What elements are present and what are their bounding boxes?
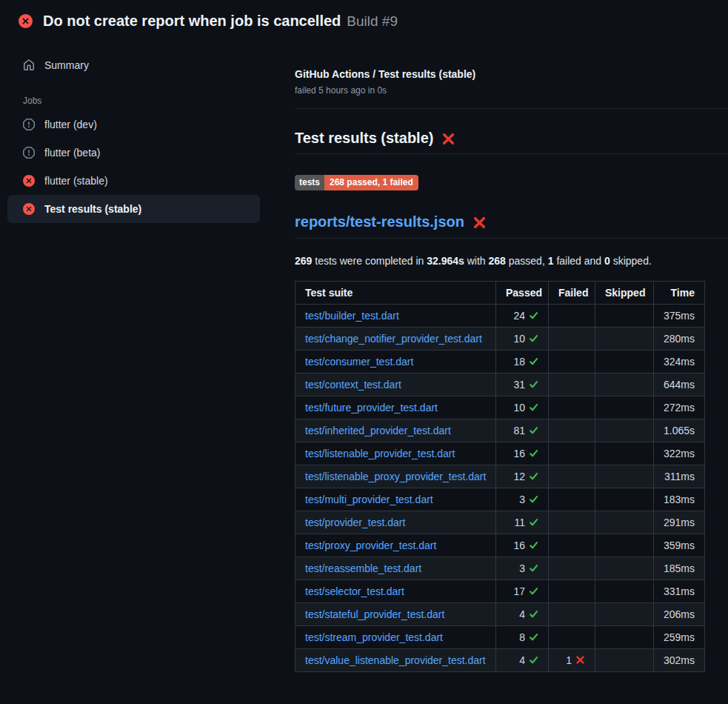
failed-cell [549,557,595,580]
passed-cell: 17 [496,580,549,603]
failed-cell [549,396,595,419]
passed-cell: 3 [496,557,549,580]
table-row: test/value_listenable_provider_test.dart… [295,649,705,672]
time-cell: 331ms [654,580,705,603]
passed-cell: 4 [496,603,549,626]
time-cell: 1.065s [654,419,705,442]
skipped-cell [595,396,654,419]
time-cell: 324ms [654,351,705,373]
check-icon [529,494,538,504]
job-label: Test results (stable) [44,203,141,215]
time-cell: 644ms [654,373,705,396]
time-cell: 359ms [654,534,705,557]
duration: 32.964s [427,255,464,267]
passed-cell: 24 [496,305,549,328]
table-row: test/future_provider_test.dart10272ms [295,396,705,419]
check-icon [529,333,538,343]
passed-cell: 4 [496,649,549,672]
time-cell: 272ms [654,396,705,419]
test-suite-link[interactable]: test/multi_provider_test.dart [305,494,433,505]
breadcrumb: GitHub Actions / Test results (stable) [295,68,728,80]
check-icon [529,471,538,481]
tests-badge: tests 268 passed, 1 failed [295,175,418,190]
failed-cell [549,603,595,626]
skipped-count: 0 [604,255,610,267]
test-suite-link[interactable]: test/listenable_provider_test.dart [305,448,455,459]
sidebar-item-flutter-stable[interactable]: flutter (stable) [7,167,260,195]
x-circle-icon [23,175,35,187]
test-suite-cell: test/stream_provider_test.dart [295,626,496,649]
sidebar-item-flutter-dev[interactable]: flutter (dev) [7,110,260,139]
time-cell: 291ms [654,511,705,534]
test-suite-link[interactable]: test/builder_test.dart [305,310,399,322]
test-suite-link[interactable]: test/reassemble_test.dart [305,562,421,574]
passed-cell: 12 [496,465,549,488]
x-circle-glyph [23,175,35,187]
passed-cell: 81 [496,419,549,442]
test-suite-link[interactable]: test/proxy_provider_test.dart [305,539,436,551]
test-suite-link[interactable]: test/selector_test.dart [305,585,404,597]
skipped-cell [595,557,654,580]
test-suite-link[interactable]: test/change_notifier_provider_test.dart [305,333,482,345]
page-title: Do not create report when job is cancell… [43,13,398,30]
check-icon [529,655,538,665]
time-cell: 206ms [654,603,705,626]
check-icon [529,609,538,619]
sidebar-item-summary[interactable]: Summary [7,51,260,79]
check-icon [529,379,538,389]
table-row: test/listenable_proxy_provider_test.dart… [295,465,705,488]
build-header: Do not create report when job is cancell… [0,0,728,41]
stop-icon [23,147,35,159]
failed-cell: 1 [549,649,595,672]
summary-line: 269 tests were completed in 32.964s with… [295,255,728,267]
table-header-row: Test suite Passed Failed Skipped Time [295,282,705,305]
sidebar-summary-label: Summary [44,59,89,71]
sidebar-item-flutter-beta[interactable]: flutter (beta) [7,139,260,167]
table-row: test/consumer_test.dart18324ms [295,351,705,373]
test-suite-link[interactable]: test/stream_provider_test.dart [305,631,443,643]
report-file-link[interactable]: reports/test-results.json [295,213,464,230]
failed-cell [549,534,595,557]
table-row: test/selector_test.dart17331ms [295,580,705,603]
test-suite-cell: test/value_listenable_provider_test.dart [295,649,496,672]
skipped-cell [595,534,654,557]
table-row: test/inherited_provider_test.dart811.065… [295,419,705,442]
sidebar-jobs-list: flutter (dev)flutter (beta)flutter (stab… [7,110,260,223]
test-suite-cell: test/inherited_provider_test.dart [295,419,496,442]
skipped-cell [595,351,654,373]
table-row: test/builder_test.dart24375ms [295,305,705,328]
col-failed: Failed [549,282,595,305]
time-cell: 183ms [654,488,705,511]
check-icon [529,448,538,458]
test-suite-link[interactable]: test/inherited_provider_test.dart [305,425,451,436]
check-icon [529,517,538,527]
test-suite-link[interactable]: test/consumer_test.dart [305,356,413,368]
test-suite-cell: test/future_provider_test.dart [295,396,496,419]
test-suite-link[interactable]: test/value_listenable_provider_test.dart [305,654,486,666]
test-suite-link[interactable]: test/provider_test.dart [305,517,405,528]
failed-cell [549,351,595,373]
col-test-suite: Test suite [295,282,496,305]
sidebar-item-test-results-stable[interactable]: Test results (stable) [7,195,260,223]
skipped-cell [595,305,654,328]
job-label: flutter (beta) [44,147,100,159]
test-suite-cell: test/selector_test.dart [295,580,496,603]
stop-glyph [23,119,35,130]
passed-cell: 31 [496,373,549,396]
failed-cell [549,626,595,649]
col-time: Time [654,282,705,305]
test-suite-cell: test/proxy_provider_test.dart [295,534,496,557]
check-icon [529,563,538,573]
report-title: reports/test-results.json [295,213,728,239]
col-skipped: Skipped [595,282,654,305]
time-cell: 311ms [654,465,705,488]
test-suite-link[interactable]: test/future_provider_test.dart [305,402,438,414]
test-suite-link[interactable]: test/context_test.dart [305,379,401,391]
test-suite-link[interactable]: test/stateful_provider_test.dart [305,608,444,620]
stop-glyph [23,147,35,159]
section-title-text: Test results (stable) [295,130,433,147]
failed-cell [549,305,595,328]
test-suite-cell: test/listenable_provider_test.dart [295,442,496,465]
check-icon [529,586,538,596]
test-suite-link[interactable]: test/listenable_proxy_provider_test.dart [305,471,486,482]
